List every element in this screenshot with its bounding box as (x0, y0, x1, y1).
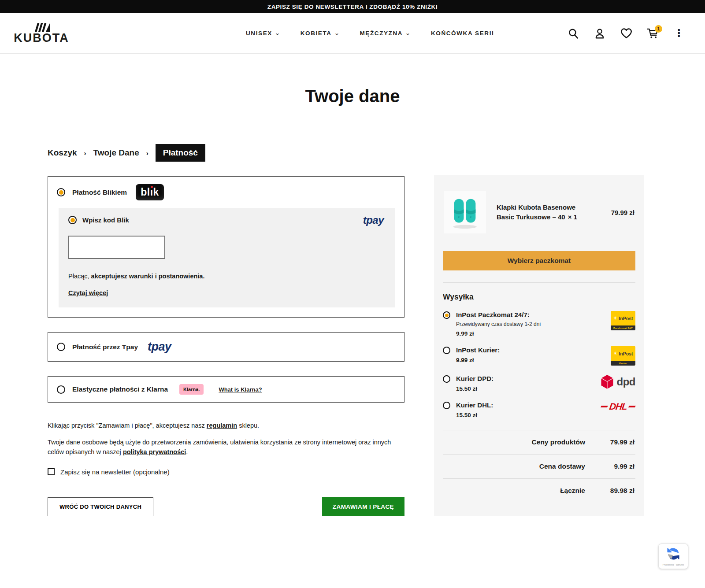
blik-radio[interactable] (57, 188, 65, 196)
payment-option-tpay[interactable]: Płatność przez Tpay tpay (48, 332, 404, 362)
blik-label: Płatność Blikiem (72, 189, 127, 196)
brand-name: KUBOTA (14, 32, 69, 44)
account-icon[interactable] (593, 27, 606, 40)
kubota-logo[interactable]: KUBOTA (13, 23, 70, 44)
choose-paczkomat-button[interactable]: Wybierz paczkomat (443, 251, 635, 270)
klarna-radio[interactable] (57, 385, 65, 394)
privacy-policy-link[interactable]: polityka prywatności (123, 448, 186, 455)
shipping-radio[interactable] (443, 347, 450, 354)
chevron-down-icon: ⌄ (275, 30, 281, 36)
product-image: K K (444, 191, 486, 233)
chevron-down-icon: ⌄ (334, 30, 340, 36)
klarna-logo: Klarna. (179, 384, 204, 395)
order-summary: K K Klapki Kubota Basenowe Basic Turkuso… (434, 175, 644, 516)
nav-item-unisex[interactable]: UNISEX ⌄ (246, 30, 280, 37)
breadcrumb-separator: › (84, 149, 86, 157)
what-is-klarna-link[interactable]: What is Klarna? (219, 386, 262, 393)
blik-code-label: Wpisz kod Blik (82, 216, 129, 224)
newsletter-checkbox[interactable] (48, 468, 55, 475)
blik-code-option-row[interactable]: Wpisz kod Blik (68, 216, 386, 224)
payment-column: Koszyk › Twoje Dane › Płatność Płatność … (48, 144, 404, 516)
wishlist-heart-icon[interactable] (620, 27, 633, 40)
newsletter-label: Zapisz się na newsletter (opcjonalne) (60, 468, 170, 476)
nav-item-kobieta[interactable]: KOBIETA ⌄ (301, 30, 340, 37)
main-nav: UNISEX ⌄ KOBIETA ⌄ MĘŻCZYZNA ⌄ KOŃCÓWKA … (246, 30, 494, 37)
tpay-radio[interactable] (57, 343, 65, 351)
header-icons: 1 ⋮ (567, 27, 686, 40)
blik-option-row[interactable]: Płatność Blikiem blık (48, 177, 404, 208)
nav-item-mezczyzna[interactable]: MĘŻCZYZNA ⌄ (360, 30, 410, 37)
total-row-products: Ceny produktów 79.99 zł (443, 430, 635, 454)
breadcrumb-platnosc-active: Płatność (156, 144, 205, 162)
actions-row: WRÓĆ DO TWOICH DANYCH ZAMAWIAM I PŁACĘ (48, 497, 404, 516)
tpay-label: Płatność przez Tpay (72, 343, 138, 351)
inpost-kurier-logo: ☀InPost Kurier (611, 346, 635, 366)
terms-paragraph: Klikając przycisk "Zamawiam i płacę", ak… (48, 421, 404, 430)
inpost-paczkomat-logo: ☀InPost Paczkomat 24/7 (611, 311, 635, 330)
dpd-logo: dpd (601, 375, 635, 389)
announcement-bar: ZAPISZ SIĘ DO NEWSLETTERA I ZDOBĄDŹ 10% … (0, 0, 705, 13)
kubota-logo-mark-icon (30, 23, 53, 32)
shipping-radio[interactable] (443, 402, 450, 409)
shipping-option-inpost-paczkomat[interactable]: InPost Paczkomat 24/7: Przewidywany czas… (443, 311, 635, 337)
nav-item-koncowka-serii[interactable]: KOŃCÓWKA SERII (431, 30, 494, 37)
cart-item-row: K K Klapki Kubota Basenowe Basic Turkuso… (443, 186, 635, 245)
divider (443, 282, 635, 283)
breadcrumb-twoje-dane[interactable]: Twoje Dane (93, 148, 139, 158)
checkout-main: Koszyk › Twoje Dane › Płatność Płatność … (0, 144, 705, 516)
newsletter-row[interactable]: Zapisz się na newsletter (opcjonalne) (48, 468, 404, 476)
announcement-text: ZAPISZ SIĘ DO NEWSLETTERA I ZDOBĄDŹ 10% … (267, 4, 438, 10)
back-to-details-button[interactable]: WRÓĆ DO TWOICH DANYCH (48, 497, 153, 516)
shipping-radio[interactable] (443, 375, 450, 383)
product-qty: × 1 (568, 213, 577, 221)
shipping-option-dhl[interactable]: Kurier DHL: 15.50 zł DHL (443, 401, 635, 418)
delivery-time-note: Przewidywany czas dostawy 1-2 dni (456, 321, 541, 327)
breadcrumb: Koszyk › Twoje Dane › Płatność (48, 144, 404, 162)
tpay-logo: tpay (363, 214, 384, 226)
blik-code-input[interactable] (68, 236, 165, 259)
cart-count-badge: 1 (655, 25, 662, 33)
shipping-option-dpd[interactable]: Kurier DPD: 15.50 zł dpd (443, 375, 635, 392)
page-title: Twoje dane (0, 86, 705, 106)
cart-icon[interactable]: 1 (646, 27, 659, 40)
chevron-down-icon: ⌄ (405, 30, 412, 36)
blik-code-panel: tpay Wpisz kod Blik Płacąc, akceptujesz … (59, 208, 395, 307)
more-menu-icon[interactable]: ⋮ (672, 27, 686, 40)
breadcrumb-koszyk[interactable]: Koszyk (48, 148, 77, 158)
total-row-shipping: Cena dostawy 9.99 zł (443, 454, 635, 478)
dhl-logo: DHL (601, 401, 635, 412)
privacy-paragraph: Twoje dane osobowe będą użyte do przetwo… (48, 438, 400, 457)
blik-code-radio[interactable] (68, 216, 77, 224)
total-row-grand: Łącznie 89.98 zł (443, 478, 635, 503)
read-more-link[interactable]: Czytaj więcej (68, 289, 108, 296)
shipping-radio[interactable] (443, 311, 450, 319)
totals-section: Ceny produktów 79.99 zł Cena dostawy 9.9… (443, 430, 635, 503)
payment-option-klarna[interactable]: Elastyczne płatności z Klarna Klarna. Wh… (48, 376, 404, 403)
place-order-button[interactable]: ZAMAWIAM I PŁACĘ (322, 497, 404, 516)
blik-logo: blık (136, 184, 164, 200)
tpay-logo: tpay (148, 340, 171, 354)
recaptcha-text: Prywatność - Warunki (663, 563, 684, 566)
recaptcha-icon (667, 547, 680, 562)
search-icon[interactable] (567, 27, 580, 40)
product-price: 79.99 zł (611, 209, 634, 216)
blik-terms-line: Płacąc, akceptujesz warunki i postanowie… (68, 273, 386, 280)
regulamin-link[interactable]: regulamin (207, 422, 237, 429)
header: KUBOTA UNISEX ⌄ KOBIETA ⌄ MĘŻCZYZNA ⌄ KO… (0, 13, 705, 54)
product-name: Klapki Kubota Basenowe Basic Turkusowe –… (497, 203, 589, 222)
blik-terms-link[interactable]: akceptujesz warunki i postanowienia. (91, 273, 205, 280)
breadcrumb-separator: › (146, 149, 148, 157)
shipping-title: Wysyłka (443, 292, 635, 302)
shipping-option-inpost-kurier[interactable]: InPost Kurier: 9.99 zł ☀InPost Kurier (443, 346, 635, 366)
payment-option-blik: Płatność Blikiem blık tpay Wpisz kod Bli… (48, 176, 404, 318)
klarna-label: Elastyczne płatności z Klarna (72, 385, 168, 393)
recaptcha-badge[interactable]: Prywatność - Warunki (658, 544, 688, 569)
